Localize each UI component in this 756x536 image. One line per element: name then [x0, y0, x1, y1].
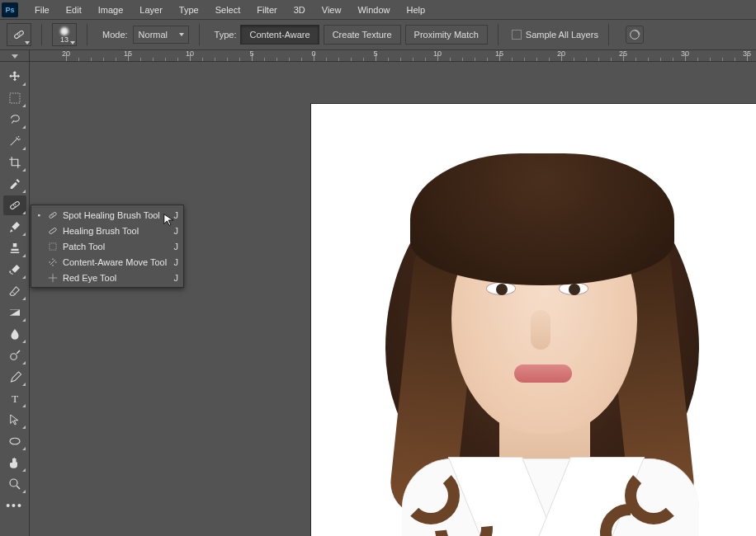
content-aware-button[interactable]: Content-Aware: [240, 25, 319, 45]
tool-hand[interactable]: [3, 453, 26, 473]
canvas-area[interactable]: [30, 62, 756, 536]
bandaid-dots-icon: [12, 27, 26, 42]
brush-preset-picker[interactable]: 13: [52, 23, 77, 46]
flyout-item-shortcut: J: [174, 242, 179, 252]
tool-eyedropper[interactable]: [3, 174, 26, 194]
dodge-icon: [7, 348, 22, 363]
tool-edit-toolbar[interactable]: •••: [3, 496, 26, 515]
tool-dodge[interactable]: [3, 346, 26, 365]
checkbox-box-icon: [512, 30, 522, 40]
ruler-tick-label: 10: [433, 50, 442, 58]
tool-marquee[interactable]: [3, 88, 26, 108]
tool-magic-wand[interactable]: [3, 131, 26, 151]
ruler-tick-label: 35: [743, 50, 751, 58]
flyout-item-shortcut: J: [174, 257, 179, 267]
crop-icon: [7, 155, 22, 170]
tool-eraser[interactable]: [3, 281, 26, 301]
bandaid-icon: [45, 225, 60, 237]
mode-select[interactable]: Normal: [133, 26, 189, 44]
menu-edit[interactable]: Edit: [58, 2, 90, 18]
menu-layer[interactable]: Layer: [131, 2, 171, 18]
tool-brush[interactable]: [3, 217, 26, 237]
horizontal-ruler[interactable]: 201510505101520253035: [30, 50, 756, 61]
sample-all-layers-checkbox[interactable]: Sample All Layers: [512, 30, 598, 40]
brush-icon: [7, 219, 22, 234]
mode-value: Normal: [139, 30, 168, 40]
bandaid-dots-icon: [45, 209, 60, 221]
ellipsis-icon: •••: [6, 499, 23, 512]
photo-content: [352, 120, 732, 536]
selected-indicator-icon: ▪: [35, 211, 43, 219]
app-logo: Ps: [2, 2, 18, 17]
healing-tool-flyout: ▪Spot Healing Brush ToolJHealing Brush T…: [31, 205, 184, 288]
menu-help[interactable]: Help: [399, 2, 434, 18]
menu-image[interactable]: Image: [90, 2, 132, 18]
menu-select[interactable]: Select: [207, 2, 249, 18]
menu-type[interactable]: Type: [171, 2, 207, 18]
type-icon: [7, 391, 22, 406]
type-label: Type:: [215, 30, 237, 40]
tool-history-brush[interactable]: [3, 260, 26, 280]
tool-zoom[interactable]: [3, 474, 26, 494]
ellipse-icon: [7, 434, 22, 449]
ruler-tick-label: 0: [311, 50, 315, 58]
flyout-healing-brush-tool[interactable]: Healing Brush ToolJ: [31, 223, 183, 238]
pen-icon: [7, 369, 22, 384]
ruler-tick-label: 5: [373, 50, 377, 58]
stamp-icon: [7, 241, 22, 256]
ruler-origin-toggle[interactable]: [0, 50, 30, 62]
flyout-item-label: Patch Tool: [63, 242, 174, 252]
gradient-icon: [7, 305, 22, 320]
ruler-tick-label: 5: [249, 50, 253, 58]
flyout-item-shortcut: J: [174, 273, 179, 283]
svg-rect-0: [14, 31, 24, 40]
tool-move[interactable]: [3, 67, 26, 87]
flyout-patch-tool[interactable]: Patch ToolJ: [31, 238, 183, 254]
menu-view[interactable]: View: [314, 2, 350, 18]
options-bar: 13 Mode: Normal Type: Content-Aware Crea…: [0, 19, 756, 50]
menu-file[interactable]: File: [26, 2, 58, 18]
proximity-match-button[interactable]: Proximity Match: [405, 25, 488, 45]
brush-dot-icon: [60, 27, 69, 35]
tool-lasso[interactable]: [3, 110, 26, 129]
tool-blur[interactable]: [3, 324, 26, 344]
ruler-tick-label: 20: [62, 50, 70, 58]
menu-filter[interactable]: Filter: [248, 2, 285, 18]
tool-path-select[interactable]: [3, 410, 26, 430]
histbrush-icon: [7, 262, 22, 277]
tools-panel: •••: [0, 62, 30, 536]
tablet-pressure-button[interactable]: [626, 26, 644, 44]
document-canvas[interactable]: [311, 104, 756, 536]
svg-point-2: [19, 34, 20, 35]
brush-size-value: 13: [60, 35, 69, 44]
tool-crop[interactable]: [3, 153, 26, 172]
svg-point-1: [17, 34, 18, 35]
svg-point-3: [18, 35, 19, 36]
chevron-down-icon: [12, 54, 18, 59]
ruler-tick-label: 15: [124, 50, 132, 58]
create-texture-button[interactable]: Create Texture: [324, 25, 401, 45]
tool-spot-healing[interactable]: [3, 195, 26, 215]
tool-pen[interactable]: [3, 367, 26, 387]
menu-window[interactable]: Window: [349, 2, 398, 18]
tool-type[interactable]: [3, 388, 26, 408]
blur-icon: [7, 327, 22, 341]
tool-gradient[interactable]: [3, 303, 26, 322]
move-arrows-icon: [45, 256, 60, 268]
eraser-icon: [7, 284, 22, 299]
flyout-content-aware-move-tool[interactable]: Content-Aware Move ToolJ: [31, 254, 183, 270]
ruler-tick-label: 10: [186, 50, 194, 58]
flyout-spot-healing-brush-tool[interactable]: ▪Spot Healing Brush ToolJ: [31, 207, 183, 223]
current-tool-preview[interactable]: [7, 23, 31, 46]
tool-ellipse[interactable]: [3, 431, 26, 451]
flyout-red-eye-tool[interactable]: Red Eye ToolJ: [31, 270, 183, 285]
flyout-item-label: Healing Brush Tool: [63, 226, 174, 236]
menu-3d[interactable]: 3D: [286, 2, 314, 18]
ruler-tick-label: 15: [495, 50, 503, 58]
pathsel-icon: [7, 412, 22, 427]
pressure-icon: [628, 28, 641, 41]
workspace: •••: [0, 62, 756, 536]
move-icon: [7, 69, 22, 84]
tool-clone-stamp[interactable]: [3, 238, 26, 258]
zoom-icon: [7, 477, 22, 491]
